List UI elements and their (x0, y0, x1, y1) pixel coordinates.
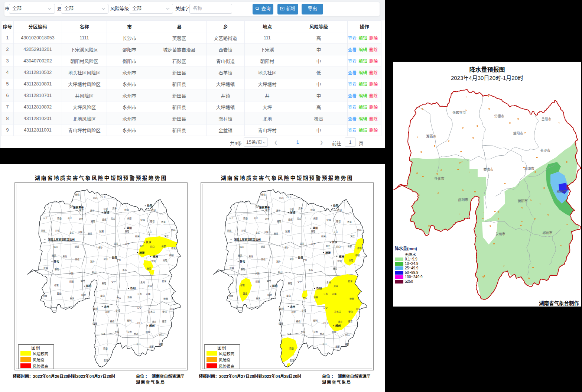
svg-text:湘潭市: 湘潭市 (524, 166, 534, 171)
svg-text:衡阳市: 衡阳市 (517, 199, 527, 203)
svg-text:怀化市: 怀化市 (434, 176, 444, 181)
svg-text:株洲市: 株洲市 (556, 189, 566, 194)
svg-text:常德市: 常德市 (494, 114, 504, 118)
svg-text:娄底市: 娄底市 (483, 167, 493, 171)
svg-text:岳阳市: 岳阳市 (541, 117, 551, 121)
svg-text:郴州市: 郴州市 (542, 231, 552, 235)
svg-text:张家界市: 张家界市 (452, 110, 466, 114)
svg-text:邵阳市: 邵阳市 (458, 198, 468, 202)
svg-text:益阳市: 益阳市 (513, 131, 523, 135)
svg-text:永州市: 永州市 (495, 232, 505, 236)
svg-text:长沙市: 长沙市 (540, 148, 550, 152)
svg-text:湘西州: 湘西州 (426, 134, 436, 138)
